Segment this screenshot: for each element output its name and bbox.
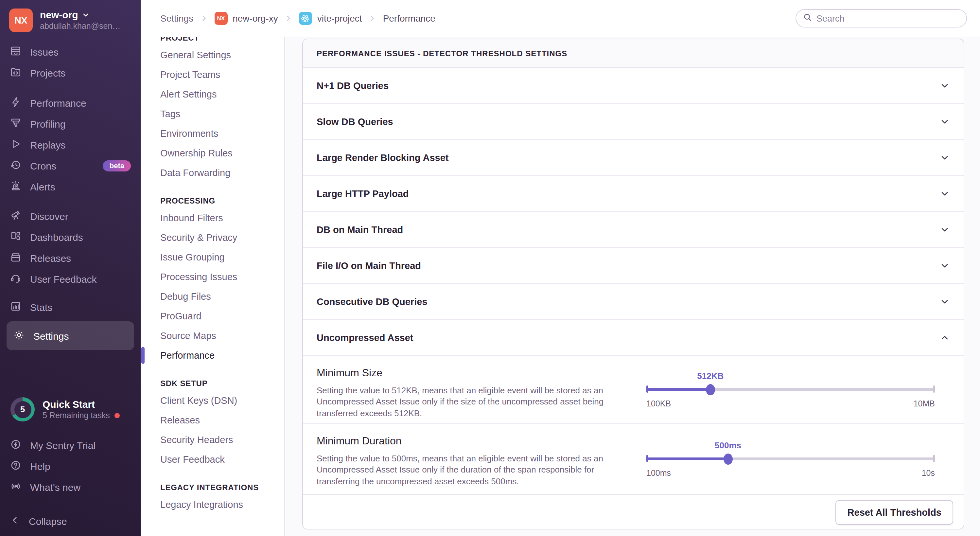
slider-handle[interactable] (706, 384, 715, 395)
gear-icon (13, 329, 25, 343)
search-input[interactable] (816, 13, 960, 23)
chevron-right-icon (199, 14, 208, 23)
bar-chart-icon (10, 300, 22, 314)
section-header-legacy-integrations: LEGACY INTEGRATIONS (160, 480, 284, 495)
settings-nav-user-feedback[interactable]: User Feedback (160, 450, 284, 469)
sidebar-item-label: Replays (30, 139, 65, 150)
quick-start-subtitle: 5 Remaining tasks (43, 410, 110, 421)
sidebar-item-alerts[interactable]: Alerts (0, 176, 141, 197)
settings-nav-proguard[interactable]: ProGuard (160, 306, 284, 326)
panel-footer: Reset All Thresholds (303, 495, 964, 530)
slider-value-label: 512KB (697, 371, 724, 381)
search-box[interactable] (795, 9, 967, 27)
sidebar-item-discover[interactable]: Discover (0, 206, 141, 227)
accordion-row-large-http-payload[interactable]: Large HTTP Payload (303, 176, 964, 212)
accordion-row-file-io-on-main-thread[interactable]: File I/O on Main Thread (303, 248, 964, 284)
minimum-duration-slider: 500ms 100ms 10s (646, 440, 935, 478)
chevron-down-icon[interactable] (939, 188, 950, 199)
sidebar-item-label: My Sentry Trial (30, 439, 95, 451)
slider-track[interactable] (646, 388, 935, 390)
notification-dot (115, 413, 120, 418)
react-project-icon (299, 12, 312, 25)
sidebar-item-label: Issues (30, 46, 59, 57)
sidebar-item-issues[interactable]: Issues (0, 41, 141, 62)
sidebar-item-settings-active[interactable]: Settings (6, 321, 134, 350)
issues-icon (10, 45, 22, 59)
chevron-down-icon (82, 11, 90, 19)
org-switcher[interactable]: NX new-org abdullah.khan@sen… (0, 0, 141, 32)
settings-nav-tags[interactable]: Tags (160, 104, 284, 124)
sidebar-item-my-sentry-trial[interactable]: My Sentry Trial (0, 435, 141, 456)
settings-nav-general-settings[interactable]: General Settings (160, 45, 284, 65)
sidebar-item-label: Discover (30, 211, 68, 222)
sidebar-item-help[interactable]: Help (0, 456, 141, 477)
panel-header: PERFORMANCE ISSUES - DETECTOR THRESHOLD … (303, 39, 964, 68)
settings-nav-releases[interactable]: Releases (160, 410, 284, 430)
chevron-down-icon[interactable] (939, 225, 950, 235)
sidebar-item-crons[interactable]: Crons beta (0, 155, 141, 176)
sidebar-item-releases[interactable]: Releases (0, 247, 141, 268)
settings-nav-data-forwarding[interactable]: Data Forwarding (160, 163, 284, 183)
settings-nav-issue-grouping[interactable]: Issue Grouping (160, 247, 284, 267)
sidebar-collapse-button[interactable]: Collapse (0, 510, 141, 531)
chevron-up-icon[interactable] (939, 332, 950, 343)
minimum-size-title: Minimum Size (317, 367, 624, 379)
settings-nav-legacy-integrations[interactable]: Legacy Integrations (160, 495, 284, 514)
active-indicator-bar (141, 347, 145, 364)
settings-nav-inbound-filters[interactable]: Inbound Filters (160, 208, 284, 228)
chevron-down-icon[interactable] (939, 260, 950, 271)
breadcrumb-project[interactable]: vite-project (299, 12, 362, 25)
accordion-row-db-on-main-thread[interactable]: DB on Main Thread (303, 212, 964, 248)
chevron-right-icon (284, 14, 293, 23)
settings-nav-debug-files[interactable]: Debug Files (160, 287, 284, 306)
settings-nav-security-headers[interactable]: Security Headers (160, 430, 284, 450)
sidebar-item-user-feedback[interactable]: User Feedback (0, 268, 141, 289)
sidebar-item-label: Help (30, 460, 50, 472)
settings-nav-processing-issues[interactable]: Processing Issues (160, 267, 284, 287)
settings-nav-source-maps[interactable]: Source Maps (160, 326, 284, 346)
sidebar-item-stats[interactable]: Stats (0, 297, 141, 317)
main-content: PERFORMANCE ISSUES - DETECTOR THRESHOLD … (285, 37, 980, 536)
quick-start-progress-ring: 5 (11, 397, 35, 421)
breadcrumb: Settings NX new-org-xy vite-project Perf… (160, 12, 435, 25)
accordion-row-uncompressed-asset-expanded[interactable]: Uncompressed Asset (303, 320, 964, 356)
chevron-down-icon[interactable] (939, 153, 950, 163)
settings-nav-security-privacy[interactable]: Security & Privacy (160, 228, 284, 247)
accordion-row-large-render-blocking-asset[interactable]: Large Render Blocking Asset (303, 140, 964, 176)
headset-icon (10, 272, 22, 286)
quick-start-widget[interactable]: 5 Quick Start 5 Remaining tasks (0, 397, 141, 421)
sidebar-item-projects[interactable]: Projects (0, 62, 141, 83)
minimum-duration-title: Minimum Duration (317, 435, 624, 447)
settings-nav-project-teams[interactable]: Project Teams (160, 65, 284, 85)
search-icon (803, 12, 813, 24)
settings-nav-ownership-rules[interactable]: Ownership Rules (160, 143, 284, 163)
reset-all-thresholds-button[interactable]: Reset All Thresholds (836, 500, 953, 525)
slider-track[interactable] (646, 457, 935, 460)
accordion-row-n1-db-queries[interactable]: N+1 DB Queries (303, 68, 964, 104)
chevron-down-icon[interactable] (939, 80, 950, 91)
breadcrumb-page[interactable]: Performance (383, 13, 435, 24)
sidebar-item-dashboards[interactable]: Dashboards (0, 227, 141, 247)
breadcrumb-settings[interactable]: Settings (160, 13, 193, 24)
chevron-down-icon[interactable] (939, 116, 950, 127)
accordion-row-consecutive-db-queries[interactable]: Consecutive DB Queries (303, 284, 964, 320)
sidebar-item-replays[interactable]: Replays (0, 134, 141, 155)
settings-nav-environments[interactable]: Environments (160, 124, 284, 143)
sidebar-item-label: Projects (30, 67, 65, 78)
settings-nav-performance-active[interactable]: Performance (160, 346, 284, 365)
minimum-size-description: Setting the value to 512KB, means that a… (317, 385, 612, 419)
accordion-row-slow-db-queries[interactable]: Slow DB Queries (303, 104, 964, 140)
telescope-icon (10, 209, 22, 223)
org-name: new-org (40, 8, 78, 21)
siren-icon (10, 180, 22, 193)
sidebar-item-profiling[interactable]: Profiling (0, 113, 141, 134)
breadcrumb-org[interactable]: NX new-org-xy (214, 12, 278, 25)
sidebar-item-performance[interactable]: Performance (0, 92, 141, 113)
slider-min-label: 100ms (646, 468, 671, 477)
slider-handle[interactable] (724, 453, 733, 464)
chevron-down-icon[interactable] (939, 297, 950, 307)
settings-nav-client-keys[interactable]: Client Keys (DSN) (160, 391, 284, 410)
org-avatar: NX (9, 8, 33, 32)
settings-nav-alert-settings[interactable]: Alert Settings (160, 85, 284, 104)
sidebar-item-whats-new[interactable]: What's new (0, 477, 141, 498)
